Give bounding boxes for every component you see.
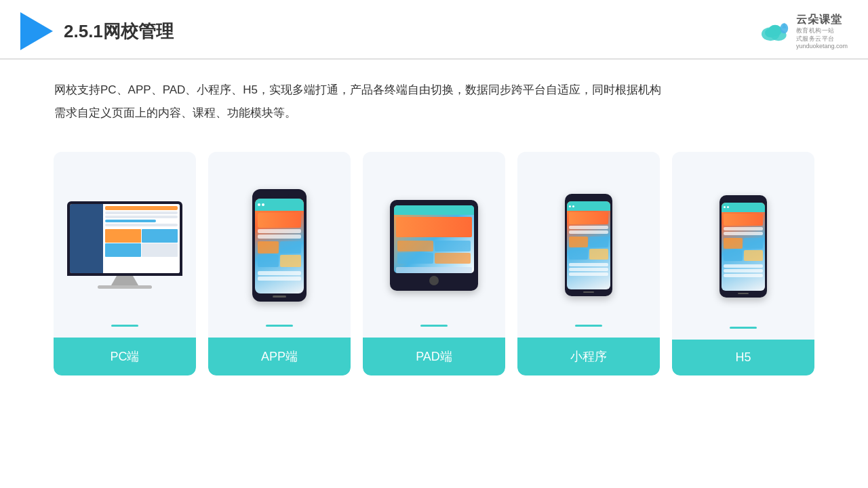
brand-logo: 云朵课堂 教育机构一站 式服务云平台 yunduoketang.com [758, 13, 848, 49]
logo-tagline: 教育机构一站 式服务云平台 [796, 27, 835, 43]
pc-monitor-icon [67, 201, 182, 289]
cloud-icon [758, 19, 792, 43]
card-h5-image [672, 165, 814, 327]
cards-container: PC端 [0, 131, 868, 396]
app-phone-icon [252, 189, 307, 302]
card-app: APP端 [208, 152, 351, 375]
card-miniprogram-label: 小程序 [517, 338, 660, 375]
card-h5-divider [730, 327, 757, 329]
header: 2.5.1网校管理 云朵课堂 教育机构一站 式服务云平台 yunduoketan… [0, 0, 868, 60]
card-pc-divider [111, 325, 138, 327]
card-app-image [208, 165, 351, 325]
card-pc: PC端 [54, 152, 196, 375]
card-pad-image [363, 165, 505, 325]
card-h5: H5 [672, 152, 814, 375]
h5-phone-icon [719, 195, 767, 298]
pad-tablet-icon [390, 200, 478, 291]
logo-triangle-icon [20, 12, 53, 50]
logo-text: 云朵课堂 教育机构一站 式服务云平台 yunduoketang.com [796, 13, 848, 49]
card-pad: PAD端 [363, 152, 505, 375]
svg-point-3 [765, 28, 776, 37]
card-miniprogram-image [517, 165, 660, 325]
description-line1: 网校支持PC、APP、PAD、小程序、H5，实现多端打通，产品各终端自由切换，数… [54, 79, 814, 102]
page-title: 2.5.1网校管理 [64, 20, 174, 43]
miniprogram-phone-icon [565, 194, 612, 296]
logo-brand-name: 云朵课堂 [796, 13, 842, 27]
card-miniprogram-divider [575, 325, 602, 327]
card-h5-label: H5 [672, 340, 814, 375]
card-pc-image [54, 165, 196, 325]
card-pc-label: PC端 [54, 338, 196, 375]
card-pad-divider [420, 325, 448, 327]
card-app-label: APP端 [208, 338, 351, 375]
header-right: 云朵课堂 教育机构一站 式服务云平台 yunduoketang.com [758, 13, 848, 49]
logo-url: yunduoketang.com [796, 43, 848, 49]
description-line2: 需求自定义页面上的内容、课程、功能模块等。 [54, 102, 814, 125]
description-block: 网校支持PC、APP、PAD、小程序、H5，实现多端打通，产品各终端自由切换，数… [0, 60, 868, 131]
card-app-divider [266, 325, 293, 327]
header-left: 2.5.1网校管理 [20, 12, 174, 50]
card-miniprogram: 小程序 [517, 152, 660, 375]
card-pad-label: PAD端 [363, 338, 505, 375]
